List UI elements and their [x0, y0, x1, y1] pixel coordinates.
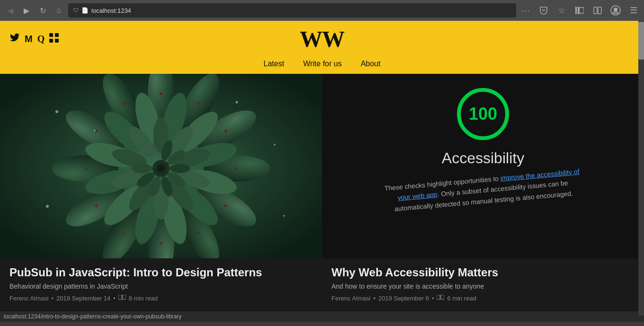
svg-point-60: [170, 164, 190, 173]
svg-point-39: [234, 167, 237, 170]
post-date-accessibility: 2019 September 6: [378, 295, 429, 302]
svg-point-36: [160, 92, 162, 95]
browser-toolbar: ◀ ▶ ↻ ⌂ 🛡 📄 localhost:1234 ··· ☆ ☰: [0, 0, 644, 21]
post-meta-pubsub: Ferenc Almasi • 2019 September 14 • 8 mi…: [9, 295, 313, 302]
svg-point-68: [159, 166, 163, 171]
post-author-accessibility: Ferenc Almasi: [331, 295, 370, 302]
scrollbar[interactable]: [638, 21, 644, 316]
post-info-accessibility: Why Web Accessibility Matters And how to…: [322, 258, 644, 311]
lighthouse-score: 100: [469, 104, 497, 124]
social-icons: M Q: [9, 32, 59, 45]
svg-rect-2: [579, 8, 584, 13]
back-button[interactable]: ◀: [4, 4, 17, 17]
scrollbar-thumb[interactable]: [638, 22, 644, 60]
posts-grid: PubSub in JavaScript: Intro to Design Pa…: [0, 74, 644, 311]
site-title: WW: [300, 26, 344, 52]
svg-point-42: [160, 242, 162, 245]
lighthouse-circle: 100: [457, 88, 509, 140]
svg-point-71: [236, 101, 238, 104]
quora-icon[interactable]: Q: [37, 34, 45, 44]
status-url: localhost:1234/intro-to-design-patterns-…: [4, 313, 182, 320]
pocket-button[interactable]: [537, 4, 550, 17]
post-image-pubsub: [0, 74, 322, 258]
post-card-pubsub[interactable]: PubSub in JavaScript: Intro to Design Pa…: [0, 74, 322, 311]
menu-button[interactable]: ☰: [627, 4, 640, 17]
post-title-pubsub: PubSub in JavaScript: Intro to Design Pa…: [9, 266, 313, 280]
meta-dot-3: •: [373, 295, 376, 302]
bookmark-button[interactable]: ☆: [555, 4, 568, 17]
meta-dot-4: •: [432, 295, 434, 302]
svg-rect-8: [55, 33, 59, 37]
shield-icon: 🛡: [73, 7, 79, 14]
svg-rect-79: [441, 295, 444, 300]
book-icon: [118, 295, 126, 302]
svg-rect-4: [598, 7, 601, 14]
nav-link-write[interactable]: Write for us: [303, 60, 342, 68]
nav-link-about[interactable]: About: [361, 60, 381, 68]
post-title-accessibility: Why Web Accessibility Matters: [331, 266, 635, 280]
post-card-accessibility[interactable]: 100 Accessibility These checks highlight…: [322, 74, 644, 311]
book-icon-2: [437, 295, 444, 302]
nav-link-latest[interactable]: Latest: [264, 60, 285, 68]
svg-rect-75: [118, 295, 122, 300]
svg-rect-10: [55, 39, 59, 43]
refresh-button[interactable]: ↻: [36, 4, 49, 17]
post-read-time-pubsub: 8 min read: [129, 295, 158, 302]
squares-icon[interactable]: [49, 33, 59, 45]
forward-button[interactable]: ▶: [20, 4, 33, 17]
accessibility-title: Accessibility: [442, 150, 524, 167]
meta-dot-1: •: [51, 295, 54, 302]
svg-point-74: [283, 215, 285, 217]
svg-rect-0: [575, 7, 577, 14]
site-header: M Q WW Latest Write for us About: [0, 21, 644, 74]
toolbar-right: ··· ☆ ☰: [519, 4, 640, 17]
svg-rect-3: [594, 7, 597, 14]
more-button[interactable]: ···: [519, 4, 532, 17]
address-bar[interactable]: 🛡 📄 localhost:1234: [68, 3, 516, 18]
svg-point-73: [46, 205, 49, 208]
post-info-pubsub: PubSub in JavaScript: Intro to Design Pa…: [0, 258, 322, 311]
post-subtitle-pubsub: Behavioral design patterns in JavaScript: [9, 282, 313, 290]
status-bar: localhost:1234/intro-to-design-patterns-…: [0, 311, 644, 322]
svg-point-69: [55, 110, 58, 113]
page-icon: 📄: [81, 7, 89, 14]
svg-point-6: [614, 8, 617, 11]
profile-button[interactable]: [609, 4, 622, 17]
svg-rect-9: [49, 39, 53, 43]
post-date-pubsub: 2019 September 14: [56, 295, 110, 302]
svg-point-72: [274, 144, 276, 146]
svg-point-70: [94, 130, 96, 132]
svg-rect-76: [123, 295, 126, 300]
svg-point-45: [85, 167, 88, 170]
svg-rect-78: [437, 295, 440, 300]
svg-point-65: [132, 164, 152, 173]
site-nav: Latest Write for us About: [9, 55, 635, 74]
meta-dot-2: •: [113, 295, 116, 302]
home-button[interactable]: ⌂: [52, 4, 65, 17]
reader-view-button[interactable]: [591, 4, 604, 17]
post-author-pubsub: Ferenc Almasi: [9, 295, 48, 302]
post-subtitle-accessibility: And how to ensure your site is accessibl…: [331, 282, 635, 290]
website-content: M Q WW Latest Write for us About: [0, 21, 644, 311]
twitter-icon[interactable]: [9, 32, 20, 45]
post-meta-accessibility: Ferenc Almasi • 2019 September 6 • 6 min…: [331, 295, 635, 302]
svg-rect-7: [49, 33, 53, 37]
accessibility-body: These checks highlight opportunities to …: [365, 165, 600, 217]
medium-icon[interactable]: M: [25, 34, 33, 44]
url-text: localhost:1234: [91, 7, 511, 14]
a11y-link2[interactable]: your web app: [397, 191, 438, 202]
a11y-link[interactable]: improve the accessibility of: [500, 167, 580, 182]
post-read-time-accessibility: 6 min read: [447, 295, 476, 302]
post-image-accessibility: 100 Accessibility These checks highlight…: [322, 74, 644, 258]
library-button[interactable]: [573, 4, 586, 17]
